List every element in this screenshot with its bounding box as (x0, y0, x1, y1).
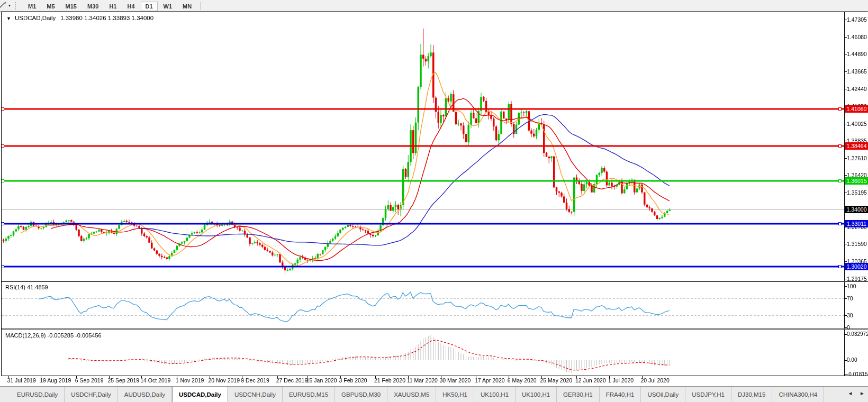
tab-scroll-controls: ◄ ► (842, 390, 865, 396)
chart-tab-fra40-h1[interactable]: FRA40,H1 (600, 387, 641, 402)
chart-canvas[interactable] (0, 0, 868, 402)
chart-tab-usoil-daily[interactable]: USOil,Daily (641, 387, 685, 402)
trading-terminal: ▾ M1M5M15M30H1H4D1W1MN ▼USDCAD,Daily1.33… (0, 0, 868, 402)
timeframe-button-m5[interactable]: M5 (42, 2, 59, 11)
chart-tab-usdjpy-h1[interactable]: USDJPY,H1 (685, 387, 731, 402)
timeframe-button-d1[interactable]: D1 (141, 2, 158, 11)
timeframe-buttons: M1M5M15M30H1H4D1W1MN (23, 1, 197, 11)
toolbar-separator (200, 2, 201, 10)
chart-tab-bar: EURUSD,DailyUSDCHF,DailyAUDUSD,DailyUSDC… (0, 386, 868, 402)
chart-tab-gbpusd-m30[interactable]: GBPUSD,M30 (335, 387, 387, 402)
chart-tab-usdchf-daily[interactable]: USDCHF,Daily (65, 387, 117, 402)
trendline-cursor-icon[interactable] (0, 2, 7, 10)
timeframe-button-mn[interactable]: MN (178, 2, 196, 11)
chart-collapse-caret-icon[interactable]: ▼ (6, 16, 11, 21)
timeframe-button-m1[interactable]: M1 (23, 2, 41, 11)
timeframe-button-h1[interactable]: H1 (104, 2, 121, 11)
timeframe-toolbar: ▾ M1M5M15M30H1H4D1W1MN (0, 0, 868, 12)
chart-tab-hk50-h1[interactable]: HK50,H1 (436, 387, 474, 402)
tabs-scroll-right-icon[interactable]: ► (860, 390, 865, 396)
chart-tab-audusd-daily[interactable]: AUDUSD,Daily (118, 387, 172, 402)
timeframe-button-m15[interactable]: M15 (61, 2, 82, 11)
toolbar-grip[interactable] (15, 2, 19, 10)
chart-tab-uk100-h1[interactable]: UK100,H1 (474, 387, 516, 402)
chart-tab-ger30-h1[interactable]: GER30,H1 (557, 387, 600, 402)
chart-tab-eurusd-m15[interactable]: EURUSD,M15 (283, 387, 335, 402)
chart-tab-xauusd-m5[interactable]: XAUUSD,M5 (387, 387, 436, 402)
chart-tab-usdcnh-daily[interactable]: USDCNH,Daily (228, 387, 283, 402)
dropdown-caret-icon[interactable]: ▾ (8, 3, 11, 8)
chart-tab-dj30-m15[interactable]: DJ30,M15 (731, 387, 772, 402)
timeframe-button-h4[interactable]: H4 (122, 2, 139, 11)
timeframe-button-m30[interactable]: M30 (83, 2, 103, 11)
chart-tab-china300-h4[interactable]: CHINA300,H4 (772, 387, 824, 402)
chart-tab-usdcad-daily[interactable]: USDCAD,Daily (172, 387, 228, 402)
chart-tab-uk100-h1[interactable]: UK100,H1 (516, 387, 557, 402)
tabs-scroll-left-icon[interactable]: ◄ (847, 390, 853, 396)
chart-tab-eurusd-daily[interactable]: EURUSD,Daily (0, 387, 65, 402)
timeframe-button-w1[interactable]: W1 (159, 2, 177, 11)
